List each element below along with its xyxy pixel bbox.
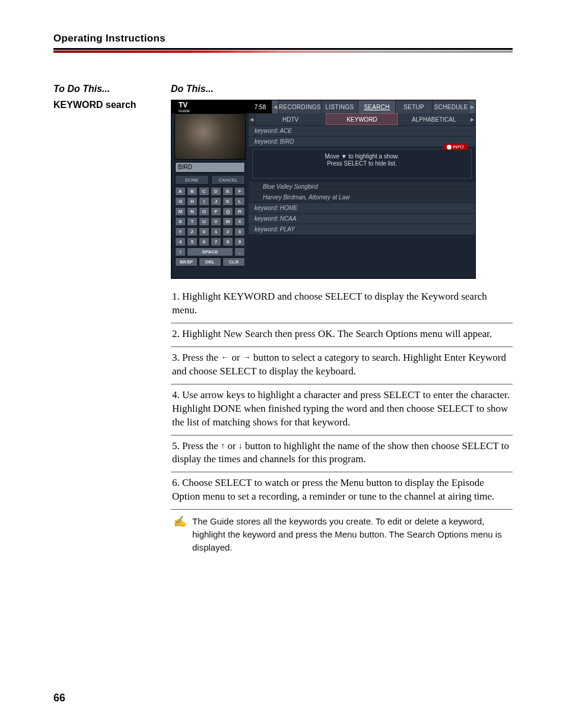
key[interactable]: D (211, 187, 221, 196)
row-label-keyword-search: KEYWORD search (53, 100, 165, 110)
note-block: ✍ The Guide stores all the keywords you … (171, 510, 513, 554)
hint-panel: INFO Move ▼ to highlight a show. Press S… (252, 149, 472, 179)
key[interactable]: Q (222, 207, 233, 216)
key[interactable]: K (222, 197, 233, 206)
tvguide-screenshot: TV GUIDE 7:58 ◀ RECORDINGS LISTINGS SEAR… (171, 100, 476, 279)
step-5: 5. Press the ↑ or ↓ button to highlight … (171, 435, 513, 473)
key[interactable]: J (211, 197, 221, 206)
key[interactable]: L (234, 197, 245, 206)
key[interactable]: 2 (222, 227, 233, 236)
onscreen-keyboard: A B C D E F G H I J K L M N O (175, 187, 245, 266)
key[interactable]: 4 (175, 237, 186, 246)
tab-recordings[interactable]: RECORDINGS (278, 100, 321, 113)
key[interactable]: Z (187, 227, 198, 236)
key[interactable]: B (187, 187, 198, 196)
key[interactable]: 9 (234, 237, 245, 246)
subtab-hdtv[interactable]: HDTV (255, 113, 326, 125)
key-bksp[interactable]: BKSP (175, 257, 198, 266)
key[interactable]: 6 (199, 237, 209, 246)
result-row[interactable]: Harvey Birdman, Attorney at Law (249, 192, 475, 202)
key[interactable]: X (234, 217, 245, 226)
key-clr[interactable]: CLR (222, 257, 245, 266)
header-rule (53, 48, 513, 50)
cancel-button[interactable]: CANCEL (211, 175, 245, 185)
key[interactable]: N (187, 207, 198, 216)
preview-thumbnail (174, 113, 246, 160)
subtab-keyword[interactable]: KEYWORD (326, 113, 398, 125)
key[interactable]: A (175, 187, 186, 196)
key[interactable]: 5 (187, 237, 198, 246)
key-space[interactable]: SPACE (187, 247, 233, 256)
tvguide-clock: 7:58 (249, 100, 272, 113)
step-2: 2. Highlight New Search then press OK. T… (171, 323, 513, 347)
key[interactable]: E (222, 187, 233, 196)
page-number: 66 (53, 692, 65, 704)
key[interactable]: V (211, 217, 221, 226)
key-del[interactable]: DEL (199, 257, 221, 266)
right-column-heading: Do This... (171, 84, 513, 94)
key[interactable]: 1 (211, 227, 221, 236)
section-header: Operating Instructions (53, 33, 513, 44)
key[interactable]: I (199, 197, 209, 206)
keyword-row[interactable]: keyword: BIRD (249, 136, 475, 147)
key[interactable]: C (199, 187, 209, 196)
tab-setup[interactable]: SETUP (395, 100, 433, 113)
key[interactable]: R (234, 207, 245, 216)
keyword-input[interactable]: BIRD (175, 162, 245, 173)
key[interactable]: W (222, 217, 233, 226)
tab-schedule[interactable]: SCHEDULE (432, 100, 469, 113)
tab-search[interactable]: SEARCH (358, 100, 395, 113)
subtab-arrow-right-icon[interactable]: ▶ (469, 113, 475, 125)
key[interactable]: 3 (234, 227, 245, 236)
step-4: 4. Use arrow keys to highlight a charact… (171, 384, 513, 435)
note-text: The Guide stores all the keywords you cr… (192, 515, 510, 554)
key[interactable]: 8 (222, 237, 233, 246)
down-arrow-icon: ↓ (239, 440, 243, 452)
step-3: 3. Press the ← or → button to select a c… (171, 347, 513, 384)
tab-listings[interactable]: LISTINGS (321, 100, 358, 113)
key[interactable]: M (175, 207, 186, 216)
key[interactable]: H (187, 197, 198, 206)
keyword-row[interactable]: keyword: ACE (249, 125, 475, 136)
key[interactable]: T (187, 217, 198, 226)
header-gradient (53, 50, 513, 53)
tvguide-left-pane: BIRD DONE CANCEL A B C D E F G H I (171, 113, 249, 279)
key[interactable]: F (234, 187, 245, 196)
keyword-row[interactable]: keyword: PLAY (249, 224, 475, 234)
left-column-heading: To Do This... (53, 84, 165, 94)
tvguide-logo: TV GUIDE (171, 100, 249, 113)
key-symbol[interactable]: ! (175, 247, 186, 256)
note-icon: ✍ (173, 514, 186, 552)
step-6: 6. Choose SELECT to watch or press the M… (171, 472, 513, 510)
instruction-steps: 1. Highlight KEYWORD and choose SELECT t… (171, 286, 513, 510)
key-symbol[interactable]: , (234, 247, 245, 256)
hint-text-line2: Press SELECT to hide list. (259, 160, 465, 167)
step-1: 1. Highlight KEYWORD and choose SELECT t… (171, 286, 513, 323)
hint-text-line1: Move ▼ to highlight a show. (259, 153, 465, 160)
right-arrow-icon: → (243, 352, 251, 363)
subtab-arrow-left-icon[interactable]: ◀ (249, 113, 255, 125)
tvguide-right-pane: keyword: ACE keyword: BIRD INFO Move ▼ t… (249, 125, 475, 278)
key[interactable]: U (199, 217, 209, 226)
key[interactable]: O (199, 207, 209, 216)
up-arrow-icon: ↑ (221, 440, 225, 452)
main-tab-row: RECORDINGS LISTINGS SEARCH SETUP SCHEDUL… (278, 100, 469, 113)
key[interactable]: G (175, 197, 186, 206)
left-arrow-icon: ← (221, 352, 229, 363)
result-row[interactable]: Blue Valley Songbird (249, 181, 475, 192)
keyword-row[interactable]: keyword: NCAA (249, 213, 475, 224)
key[interactable]: 0 (199, 227, 209, 236)
keyword-row[interactable]: keyword: HOME (249, 202, 475, 213)
key[interactable]: 7 (211, 237, 221, 246)
key[interactable]: P (211, 207, 221, 216)
done-button[interactable]: DONE (175, 175, 209, 185)
tab-arrow-left-icon[interactable]: ◀ (272, 100, 278, 113)
key[interactable]: S (175, 217, 186, 226)
tab-arrow-right-icon[interactable]: ▶ (469, 100, 475, 113)
key[interactable]: Y (175, 227, 186, 236)
subtab-alphabetical[interactable]: ALPHABETICAL (398, 113, 469, 125)
info-badge: INFO (443, 144, 468, 150)
